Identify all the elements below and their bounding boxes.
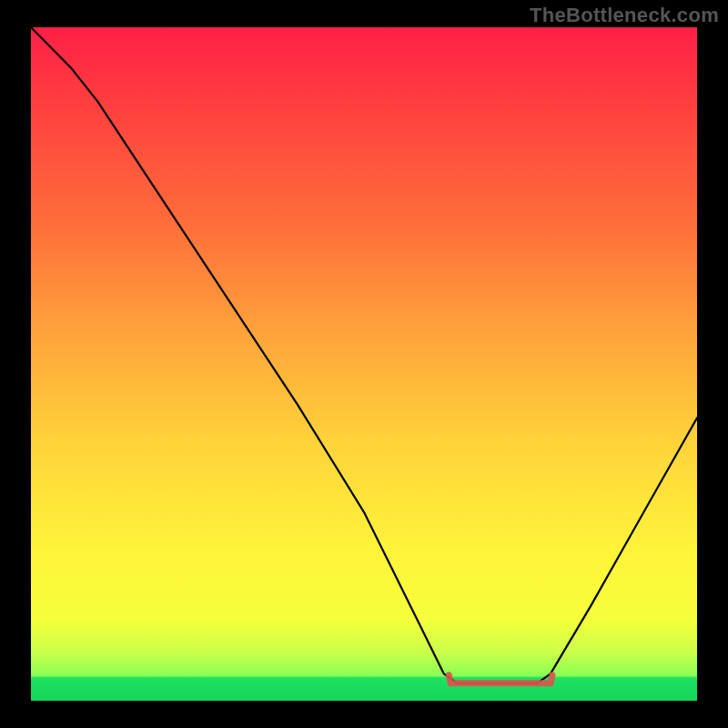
chart-frame: TheBottleneck.com [0,0,728,728]
valley-marker [449,675,552,683]
plot-area [31,27,697,701]
curve-svg [31,27,697,701]
bottleneck-curve-path [31,27,697,683]
watermark-text: TheBottleneck.com [530,4,719,27]
